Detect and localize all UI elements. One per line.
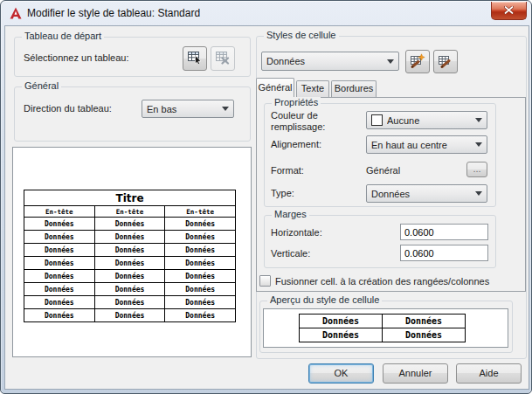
dialog-window: Modifier le style de tableau: Standard T… — [0, 0, 532, 394]
table-preview: TitreEn-têteEn-têteEn-têteDonnéesDonnées… — [24, 190, 236, 322]
cell-styles-group-label: Styles de cellule — [264, 30, 339, 40]
chevron-down-icon — [387, 59, 394, 64]
preview-cell: Données — [24, 231, 95, 244]
cell-style-preview-panel: DonnéesDonnéesDonnéesDonnées — [263, 308, 508, 348]
chevron-down-icon — [475, 142, 482, 147]
preview-cell: Données — [165, 270, 236, 283]
preview-cell: En-tête — [24, 206, 95, 218]
cell-style-preview-group-label: Aperçu du style de cellule — [267, 294, 382, 305]
preview-cell: Données — [165, 257, 236, 270]
preview-cell: Données — [300, 328, 383, 342]
format-ellipsis-button[interactable]: ... — [466, 162, 487, 177]
close-button[interactable] — [491, 2, 527, 20]
type-select[interactable]: Données — [366, 184, 487, 203]
preview-cell: Données — [24, 270, 95, 283]
close-icon — [504, 5, 514, 16]
fill-color-label: Couleur de remplissage: — [271, 110, 325, 133]
type-value: Données — [371, 189, 472, 199]
preview-cell: Données — [94, 257, 165, 270]
manage-cell-style-icon — [438, 53, 453, 71]
fill-color-value: Aucune — [387, 115, 472, 126]
new-cell-style-icon — [410, 53, 425, 71]
starting-table-group-label: Tableau de départ — [22, 31, 104, 41]
vertical-margin-label: Verticale: — [271, 248, 310, 259]
preview-cell: Données — [24, 309, 95, 322]
preview-cell: Données — [94, 218, 165, 231]
create-cell-style-button[interactable] — [405, 50, 430, 73]
preview-cell: Données — [24, 296, 95, 309]
table-preview-panel: TitreEn-têteEn-têteEn-têteDonnéesDonnées… — [12, 147, 252, 357]
select-table-button[interactable] — [183, 46, 207, 71]
tab-general[interactable]: Général — [256, 78, 294, 98]
chevron-down-icon — [222, 107, 229, 111]
preview-cell: Données — [94, 231, 165, 244]
tab-bordures[interactable]: Bordures — [331, 80, 377, 97]
preview-cell: Données — [94, 283, 165, 296]
preview-cell: Données — [94, 296, 165, 309]
preview-cell: En-tête — [165, 206, 236, 218]
format-value: Général — [366, 165, 400, 176]
fill-color-swatch — [371, 114, 383, 126]
preview-title-cell: Titre — [24, 190, 236, 206]
type-label: Type: — [271, 188, 294, 198]
preview-cell: Données — [24, 283, 95, 296]
horizontal-margin-input[interactable] — [400, 224, 488, 240]
preview-cell: Données — [165, 283, 236, 296]
tab-texte-label: Texte — [301, 83, 324, 93]
preview-cell: Données — [24, 244, 95, 257]
help-button[interactable]: Aide — [456, 363, 522, 384]
ok-button[interactable]: OK — [308, 363, 374, 384]
preview-cell: Données — [24, 218, 95, 231]
margins-group-label: Marges — [272, 209, 309, 219]
chevron-down-icon — [475, 191, 482, 196]
preview-cell: Données — [165, 296, 236, 309]
vertical-margin-input[interactable] — [400, 245, 488, 261]
preview-cell: Données — [383, 328, 466, 342]
cell-style-value: Données — [266, 56, 383, 66]
select-table-label: Sélectionnez un tableau: — [24, 52, 128, 63]
alignment-select[interactable]: En haut au centre — [366, 135, 487, 154]
preview-cell: Données — [94, 309, 165, 322]
preview-cell: Données — [94, 244, 165, 257]
merge-cells-label: Fusionner cell. à la création des rangée… — [275, 276, 489, 287]
table-direction-label: Direction du tableau: — [24, 103, 112, 114]
manage-cell-styles-button[interactable] — [433, 50, 458, 73]
preview-cell: Données — [165, 244, 236, 257]
general-left-group-label: Général — [22, 80, 61, 91]
tab-general-label: Général — [258, 82, 292, 93]
table-direction-select[interactable]: En bas — [142, 100, 234, 118]
format-label: Format: — [271, 165, 304, 176]
window-title: Modifier le style de tableau: Standard — [27, 7, 200, 19]
table-direction-value: En bas — [147, 104, 218, 114]
select-table-icon — [187, 50, 203, 67]
properties-group-label: Propriétés — [272, 97, 321, 107]
merge-cells-checkbox[interactable] — [259, 275, 271, 287]
tab-texte[interactable]: Texte — [296, 80, 329, 97]
preview-cell: Données — [24, 257, 95, 270]
alignment-label: Alignement: — [271, 139, 321, 149]
cancel-button[interactable]: Annuler — [383, 363, 448, 384]
preview-cell: Données — [165, 231, 236, 244]
preview-cell: Données — [165, 309, 236, 322]
delete-table-icon — [215, 50, 231, 67]
preview-cell: En-tête — [94, 206, 165, 218]
cell-style-select[interactable]: Données — [261, 52, 399, 71]
chevron-down-icon — [475, 118, 482, 122]
preview-cell: Données — [165, 218, 236, 231]
preview-cell: Données — [94, 270, 165, 283]
cell-style-preview-table: DonnéesDonnéesDonnéesDonnées — [299, 314, 466, 342]
preview-cell: Données — [300, 315, 383, 328]
remove-table-button — [211, 46, 235, 71]
preview-cell: Données — [383, 315, 466, 328]
alignment-value: En haut au centre — [371, 140, 472, 150]
horizontal-margin-label: Horizontale: — [271, 227, 322, 238]
fill-color-select[interactable]: Aucune — [366, 111, 487, 129]
tab-bordures-label: Bordures — [335, 83, 374, 93]
autocad-app-icon — [9, 6, 23, 20]
